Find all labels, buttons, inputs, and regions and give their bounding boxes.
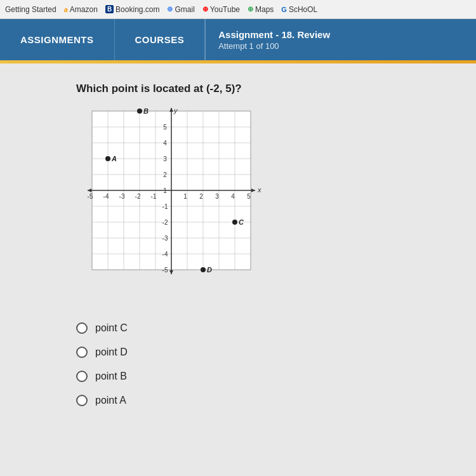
svg-text:1: 1 (183, 193, 187, 200)
tab-booking[interactable]: B Booking.com (105, 5, 160, 14)
booking-label: Booking.com (116, 5, 159, 14)
coordinate-graph: .grid-line { stroke: #aaa; stroke-width:… (76, 108, 267, 305)
radio-a[interactable] (76, 395, 88, 406)
svg-text:-4: -4 (103, 193, 109, 200)
app-header: ASSIGNMENTS COURSES Assignment - 18. Rev… (0, 19, 476, 60)
tab-amazon[interactable]: a Amazon (64, 5, 98, 14)
point-a-dot (105, 156, 110, 161)
tab-maps[interactable]: ⊕ Maps (248, 5, 274, 14)
svg-text:2: 2 (163, 171, 167, 178)
school-label: ScHoOL (289, 5, 317, 14)
tab-youtube[interactable]: ⊕ YouTube (202, 5, 240, 14)
answer-choices: point C point D point B point A (76, 322, 451, 406)
question-text: Which point is located at (-2, 5)? (76, 83, 451, 95)
svg-text:1: 1 (163, 187, 167, 194)
radio-d[interactable] (76, 347, 88, 358)
assignment-title: Assignment - 18. Review (218, 29, 330, 40)
point-a-label: A (111, 155, 117, 162)
gmail-label: Gmail (175, 5, 194, 14)
tab-getting-started[interactable]: Getting Started (5, 5, 56, 14)
choice-a[interactable]: point A (76, 395, 451, 406)
svg-text:-4: -4 (162, 251, 168, 258)
maps-label: Maps (255, 5, 274, 14)
svg-text:5: 5 (247, 193, 251, 200)
graph-svg: .grid-line { stroke: #aaa; stroke-width:… (76, 108, 267, 305)
assignment-info: Assignment - 18. Review Attempt 1 of 100 (205, 19, 343, 60)
svg-text:4: 4 (231, 193, 235, 200)
choice-d[interactable]: point D (76, 347, 451, 358)
svg-text:x: x (257, 186, 261, 194)
svg-text:-3: -3 (119, 193, 125, 200)
svg-text:5: 5 (163, 124, 167, 131)
svg-marker-18 (251, 188, 255, 192)
choice-c-label: point C (95, 322, 128, 334)
svg-text:-2: -2 (162, 219, 168, 226)
point-d-label: D (207, 266, 212, 274)
tab-gmail[interactable]: ⊕ Gmail (167, 5, 194, 14)
point-b-label: B (143, 108, 149, 115)
amazon-icon: a (64, 6, 68, 13)
getting-started-label: Getting Started (5, 5, 56, 14)
radio-c[interactable] (76, 322, 88, 334)
point-b-dot (137, 109, 142, 114)
nav-assignments[interactable]: ASSIGNMENTS (0, 19, 115, 60)
youtube-icon: ⊕ (202, 5, 208, 13)
svg-text:2: 2 (199, 193, 203, 200)
choice-c[interactable]: point C (76, 322, 451, 334)
choice-b-label: point B (95, 371, 127, 382)
radio-b[interactable] (76, 371, 88, 382)
choice-d-label: point D (95, 347, 128, 358)
svg-text:3: 3 (163, 155, 167, 162)
point-d-dot (201, 267, 206, 272)
nav-items: ASSIGNMENTS COURSES (0, 19, 205, 60)
svg-text:-5: -5 (88, 193, 93, 200)
nav-courses[interactable]: COURSES (115, 19, 206, 60)
point-c-dot (232, 220, 237, 225)
maps-icon: ⊕ (248, 5, 253, 13)
svg-text:4: 4 (163, 140, 167, 147)
svg-text:-1: -1 (162, 203, 168, 210)
svg-text:-5: -5 (162, 267, 168, 274)
amazon-label: Amazon (70, 5, 98, 14)
main-content: Which point is located at (-2, 5)? .grid… (0, 63, 476, 476)
svg-text:3: 3 (215, 193, 219, 200)
svg-text:-3: -3 (162, 235, 168, 242)
assignment-attempt: Attempt 1 of 100 (218, 41, 330, 51)
browser-bar: Getting Started a Amazon B Booking.com ⊕… (0, 0, 476, 19)
tab-school[interactable]: G ScHoOL (281, 5, 317, 14)
svg-marker-21 (169, 108, 173, 112)
point-c-label: C (239, 218, 244, 226)
booking-icon: B (105, 5, 114, 13)
svg-text:-1: -1 (151, 193, 157, 200)
gmail-icon: ⊕ (167, 5, 173, 13)
choice-a-label: point A (95, 395, 126, 406)
choice-b[interactable]: point B (76, 371, 451, 382)
school-icon: G (281, 6, 287, 13)
svg-text:-2: -2 (135, 193, 141, 200)
svg-marker-22 (169, 270, 173, 274)
youtube-label: YouTube (210, 5, 240, 14)
svg-marker-19 (88, 188, 91, 192)
